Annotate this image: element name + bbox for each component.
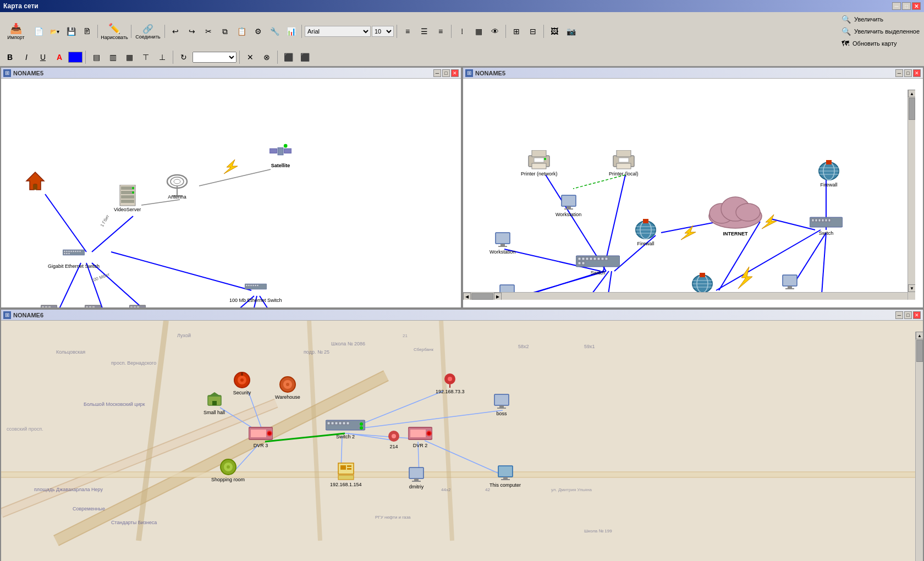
printer-net-item[interactable]: Printer (network) (521, 150, 558, 177)
internet-cloud-item[interactable]: INTERNET (705, 191, 766, 237)
cut-btn[interactable]: ✂ (201, 24, 216, 38)
img-btn[interactable]: 🖼 (547, 24, 562, 38)
snap-btn[interactable]: ⊞ (509, 24, 524, 38)
workstation2-item[interactable]: Workstation (490, 232, 515, 255)
switch2-map-item[interactable]: Switch 2 (326, 419, 365, 439)
boss-item[interactable]: boss (493, 393, 510, 416)
panel1-minimize[interactable]: ─ (433, 69, 441, 77)
panel2-scroll-h[interactable]: ◀ ▶ (463, 292, 908, 300)
panel1-close[interactable]: ✕ (451, 69, 459, 77)
window-controls[interactable]: ─ □ ✕ (892, 2, 921, 10)
dvr3-item[interactable]: DVR 3 (249, 426, 273, 448)
align-t2[interactable]: ⊤ (138, 50, 153, 64)
this-computer-item[interactable]: This computer (490, 465, 521, 488)
extra2-btn[interactable]: ⬛ (297, 50, 312, 64)
eth-switch-item[interactable]: 100 Mb Ethernet Switch (229, 277, 282, 303)
font-color-btn[interactable]: A (52, 50, 67, 64)
import-btn[interactable]: 📥 Импорт (2, 24, 30, 38)
firewall1-item[interactable]: Firewall (635, 219, 657, 246)
paste-btn[interactable]: 📋 (234, 24, 249, 38)
zoom-in-btn[interactable]: 🔍 Увеличить (839, 14, 922, 25)
underline-btn[interactable]: U (35, 50, 51, 64)
undo-btn[interactable]: ↩ (168, 24, 183, 38)
panel1-controls[interactable]: ─ □ ✕ (433, 69, 459, 77)
satellite-item[interactable]: Satellite (270, 142, 292, 168)
giga-switch-item[interactable]: Gigabit Ethernet Switch (48, 243, 100, 269)
panel1-maximize[interactable]: □ (442, 69, 450, 77)
snap2-btn[interactable]: ⊟ (525, 24, 541, 38)
align-right-btn[interactable]: ≡ (433, 24, 448, 38)
shopping-item[interactable]: Shopping room (211, 458, 245, 482)
scroll-right[interactable]: ▶ (494, 293, 502, 300)
scroll-down[interactable]: ▼ (908, 284, 915, 292)
font-size-select[interactable]: 10 (372, 26, 394, 37)
grid-btn[interactable]: ▦ (471, 24, 486, 38)
copy-btn[interactable]: ⧉ (217, 24, 233, 38)
save-btn[interactable]: 💾 (63, 24, 79, 38)
antenna-item[interactable]: Antenna (166, 173, 188, 200)
security-item[interactable]: Security (232, 371, 252, 395)
printer-local-item[interactable]: Printer (local) (609, 150, 639, 177)
videoserver-item[interactable]: VideoServer (114, 186, 141, 212)
align-b2[interactable]: ⊥ (155, 50, 170, 64)
font-select[interactable]: Arial (305, 26, 371, 37)
house-item[interactable] (24, 171, 46, 191)
align-center-btn[interactable]: ☰ (416, 24, 432, 38)
panel3-maximize[interactable]: □ (904, 311, 912, 319)
cross2-btn[interactable]: ⊗ (259, 50, 274, 64)
save-as-btn[interactable]: 🖹 (79, 24, 95, 38)
connect-btn[interactable]: 🔗 Соединить (134, 24, 162, 38)
italic-btn[interactable]: I (19, 50, 34, 64)
align-left-btn[interactable]: ≡ (400, 24, 415, 38)
small-hall-item[interactable]: Small hall (204, 391, 225, 415)
scroll-up[interactable]: ▲ (908, 90, 915, 97)
panel2-scroll-v[interactable]: ▲ ▼ (908, 90, 915, 300)
bold-btn[interactable]: B (2, 50, 18, 64)
zoom-selected-btn[interactable]: 🔍 Увеличить выделенное (839, 26, 922, 37)
panel3-scroll-thumb[interactable] (916, 340, 923, 362)
fill-color-btn[interactable] (68, 52, 82, 63)
view-btn[interactable]: 👁 (487, 24, 503, 38)
ip154-item[interactable]: 192.168.1.154 (330, 461, 362, 487)
close-btn[interactable]: ✕ (912, 2, 921, 10)
new-btn[interactable]: 📄 (31, 24, 46, 38)
img2-btn[interactable]: 📷 (563, 24, 579, 38)
maximize-btn[interactable]: □ (902, 2, 911, 10)
cross-btn[interactable]: ✕ (243, 50, 258, 64)
align-c2[interactable]: ▥ (105, 50, 120, 64)
rotate-btn[interactable]: ↻ (176, 50, 191, 64)
workstation1-item[interactable]: Workstation (556, 194, 581, 217)
open-btn[interactable]: 📂▾ (47, 24, 62, 38)
refresh-map-btn[interactable]: 🗺 Обновить карту (839, 38, 922, 49)
scroll-thumb-v[interactable] (909, 98, 915, 120)
panel3-minimize[interactable]: ─ (895, 311, 903, 319)
minimize-btn[interactable]: ─ (892, 2, 901, 10)
main-switch-item[interactable]: Switch (576, 254, 620, 276)
align-l2[interactable]: ▤ (89, 50, 104, 64)
special1-btn[interactable]: ⚙ (250, 24, 266, 38)
warehouse-item[interactable]: Warehouse (275, 376, 300, 400)
scroll-left[interactable]: ◀ (463, 293, 471, 300)
special2-btn[interactable]: 🔧 (267, 24, 282, 38)
panel3-scroll-up[interactable]: ▲ (916, 332, 923, 339)
hub2-item[interactable] (85, 303, 101, 307)
ip192-item[interactable]: 192.168.73.3 (436, 372, 465, 394)
hub1-item[interactable] (41, 303, 57, 307)
list-btn[interactable]: ⁞ (454, 24, 470, 38)
panel2-maximize[interactable]: □ (904, 69, 912, 77)
firewall-top-item[interactable]: Firewall (818, 160, 840, 188)
panel3-close[interactable]: ✕ (913, 311, 921, 319)
scroll-thumb-h[interactable] (471, 293, 493, 300)
n214-item[interactable]: 214 (386, 430, 402, 449)
panel2-controls[interactable]: ─ □ ✕ (895, 69, 921, 77)
dvr2-item[interactable]: DVR 2 (408, 426, 432, 448)
panel2-minimize[interactable]: ─ (895, 69, 903, 77)
draw-btn[interactable]: ✏️ Нарисовать (101, 24, 128, 38)
align-r2[interactable]: ▦ (122, 50, 137, 64)
dmitriy-item[interactable]: dmitriy (408, 466, 425, 490)
color-select[interactable] (193, 52, 237, 63)
switch2-item[interactable]: Switch (810, 216, 843, 236)
extra1-btn[interactable]: ⬛ (280, 50, 296, 64)
panel3-controls[interactable]: ─ □ ✕ (895, 311, 921, 319)
hub3-item[interactable] (129, 303, 146, 307)
